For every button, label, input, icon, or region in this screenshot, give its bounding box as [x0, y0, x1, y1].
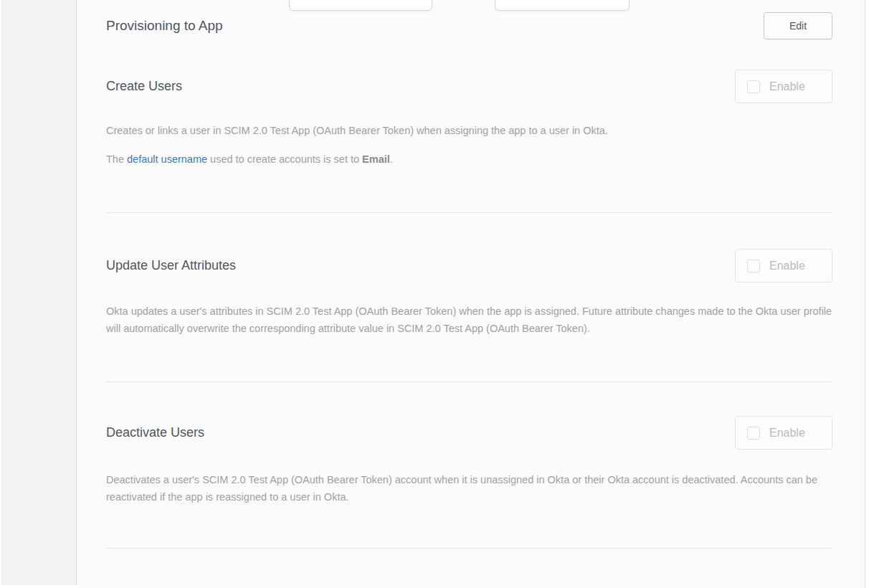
update-user-attributes-description: Okta updates a user's attributes in SCIM…	[106, 303, 832, 337]
edit-button[interactable]: Edit	[764, 12, 832, 39]
setting-row-update-user-attributes: Update User Attributes Enable	[106, 249, 832, 283]
setting-title-update-user-attributes: Update User Attributes	[106, 258, 236, 273]
enable-label: Enable	[769, 260, 805, 272]
create-users-username-note: The default username used to create acco…	[106, 151, 832, 168]
enable-checkbox-create-users[interactable]	[747, 80, 760, 93]
enable-toggle-deactivate-users: Enable	[735, 416, 832, 450]
panel-header: Provisioning to App Edit	[106, 12, 832, 39]
section-divider	[106, 548, 832, 549]
username-value: Email	[362, 153, 390, 165]
default-username-link[interactable]: default username	[127, 153, 207, 165]
setting-row-deactivate-users: Deactivate Users Enable	[106, 416, 832, 450]
cutoff-input-field-1[interactable]	[289, 0, 432, 11]
setting-title-create-users: Create Users	[106, 79, 182, 94]
enable-toggle-create-users: Enable	[735, 70, 832, 103]
enable-label: Enable	[769, 427, 805, 440]
enable-checkbox-update-user-attributes[interactable]	[747, 260, 760, 272]
enable-checkbox-deactivate-users[interactable]	[747, 427, 760, 440]
enable-label: Enable	[769, 80, 805, 93]
deactivate-users-description: Deactivates a user's SCIM 2.0 Test App (…	[106, 471, 832, 506]
note-text: used to create accounts is set to	[210, 153, 359, 165]
enable-toggle-update-user-attributes: Enable	[735, 249, 832, 283]
setting-row-create-users: Create Users Enable	[106, 70, 832, 103]
provisioning-panel: Provisioning to App Edit Create Users En…	[77, 0, 865, 588]
cutoff-input-field-2[interactable]	[495, 0, 630, 11]
left-sidebar	[1, 0, 77, 585]
create-users-description: Creates or links a user in SCIM 2.0 Test…	[106, 122, 832, 139]
note-text: The	[106, 153, 124, 165]
panel-title: Provisioning to App	[106, 18, 223, 34]
section-divider	[106, 381, 832, 382]
section-divider	[106, 212, 832, 213]
setting-title-deactivate-users: Deactivate Users	[106, 425, 204, 440]
note-text: .	[390, 153, 393, 165]
